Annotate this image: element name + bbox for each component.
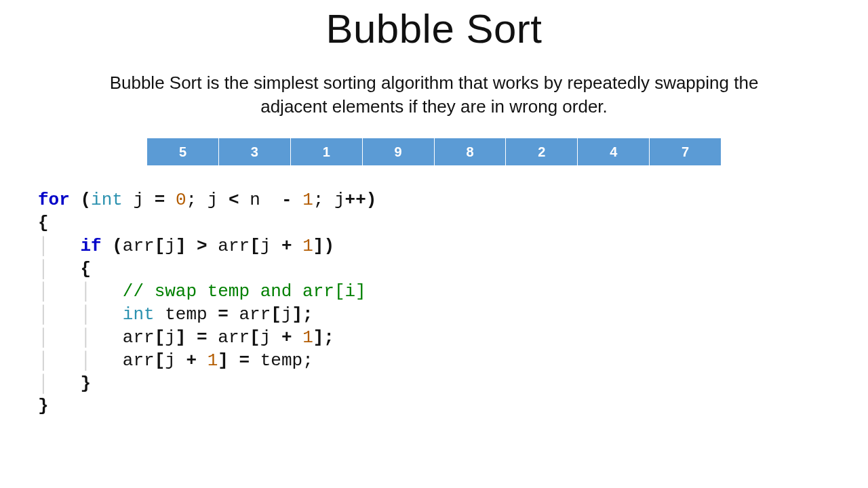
code-op: ++): [345, 190, 377, 210]
code-brace: }: [38, 396, 49, 416]
indent-guide: │: [38, 259, 80, 279]
array-cell: 2: [506, 138, 578, 166]
array-cell: 8: [434, 138, 506, 166]
code-number: 1: [302, 327, 313, 348]
code-text: j: [260, 236, 281, 256]
code-number: 1: [292, 190, 313, 210]
code-number: 1: [302, 236, 313, 256]
code-punct: [: [155, 350, 165, 371]
code-op: =: [218, 304, 229, 325]
code-op: +: [281, 236, 302, 256]
code-op: -: [281, 190, 292, 210]
code-text: ;: [186, 190, 207, 210]
array-cell: 7: [650, 138, 722, 166]
array-cell: 1: [290, 138, 362, 166]
code-text: j: [260, 327, 281, 348]
slide: Bubble Sort Bubble Sort is the simplest …: [0, 0, 868, 488]
code-punct: ]): [313, 236, 334, 256]
slide-title: Bubble Sort: [0, 5, 868, 52]
code-text: temp;: [250, 350, 313, 371]
code-punct: [: [155, 327, 165, 348]
code-punct: ]: [218, 350, 239, 371]
code-text: j: [165, 236, 176, 256]
code-punct: ]: [176, 327, 197, 348]
code-text: arr: [229, 304, 271, 325]
code-op: +: [186, 350, 207, 371]
array-cell: 5: [147, 138, 219, 166]
code-op: =: [155, 190, 176, 210]
indent-guide: │: [38, 373, 80, 394]
indent-guide: │ │: [38, 327, 123, 348]
array-cell: 4: [578, 138, 650, 166]
code-text: temp: [155, 304, 218, 325]
code-punct: ]: [176, 236, 197, 256]
code-punct: [: [250, 327, 260, 348]
indent-guide: │ │: [38, 281, 123, 302]
code-text: j: [281, 304, 292, 325]
code-number: 1: [208, 350, 218, 371]
indent-guide: │ │: [38, 350, 123, 371]
code-keyword-if: if: [80, 236, 101, 256]
code-op: >: [197, 236, 208, 256]
array-cell: 3: [218, 138, 290, 166]
code-text: j: [208, 190, 229, 210]
code-op: <: [229, 190, 239, 210]
code-punct: (: [102, 236, 123, 256]
code-text: arr: [123, 236, 155, 256]
code-text: n: [239, 190, 281, 210]
code-punct: [: [271, 304, 281, 325]
code-text: arr: [123, 350, 155, 371]
code-keyword-for: for: [38, 190, 70, 210]
code-text: j: [165, 327, 176, 348]
code-block: for (int j = 0; j < n - 1; j++) { │ if (…: [38, 189, 868, 418]
code-type-int: int: [123, 304, 155, 325]
code-type-int: int: [91, 190, 123, 210]
code-text: j: [165, 350, 186, 371]
code-punct: ];: [313, 327, 334, 348]
code-brace: {: [38, 213, 49, 233]
code-text: arr: [208, 236, 250, 256]
code-punct: [: [155, 236, 165, 256]
slide-description: Bubble Sort is the simplest sorting algo…: [108, 71, 760, 119]
code-brace: {: [80, 259, 91, 279]
code-op: +: [281, 327, 302, 348]
code-number: 0: [176, 190, 186, 210]
code-punct: [: [250, 236, 260, 256]
indent-guide: │ │: [38, 304, 123, 325]
code-punct: (: [70, 190, 91, 210]
code-comment: // swap temp and arr[i]: [123, 281, 366, 302]
array-row: 5 3 1 9 8 2 4 7: [147, 138, 722, 166]
code-text: ;: [313, 190, 334, 210]
array-table: 5 3 1 9 8 2 4 7: [146, 138, 722, 166]
code-brace: }: [80, 373, 91, 394]
code-punct: ];: [292, 304, 313, 325]
array-cell: 9: [362, 138, 434, 166]
code-text: arr: [208, 327, 250, 348]
indent-guide: │: [38, 236, 80, 256]
code-op: =: [197, 327, 208, 348]
code-text: arr: [123, 327, 155, 348]
code-op: =: [239, 350, 250, 371]
code-text: j: [334, 190, 345, 210]
code-text: j: [123, 190, 155, 210]
